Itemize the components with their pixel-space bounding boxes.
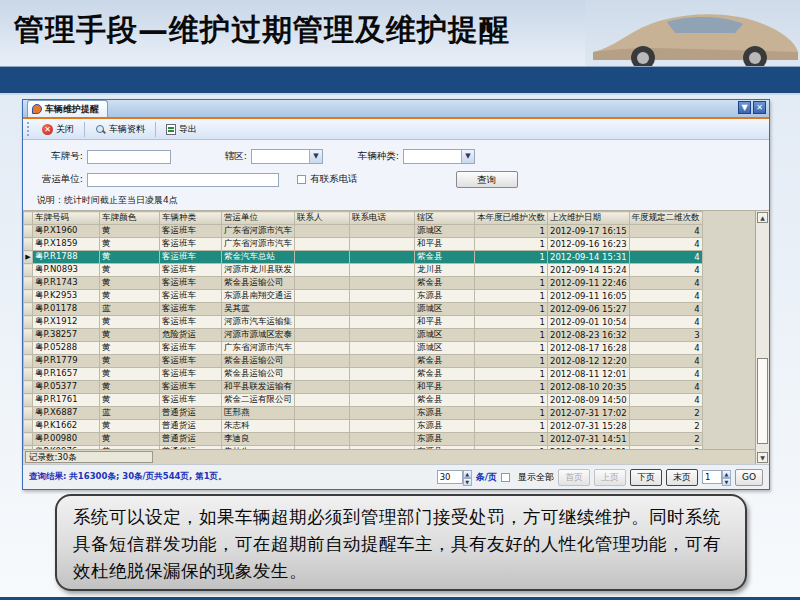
table-cell [295,394,350,407]
table-cell: 黄 [100,264,160,277]
page-number-input[interactable]: 1 [702,470,722,484]
table-cell: 紫金汽车总站 [222,251,295,264]
table-row[interactable]: 粤P.38257黄危险货运河源市源城区宏泰源城区12012-08-23 16:3… [24,329,703,342]
table-row[interactable]: 粤P.05377黄客运班车和平县联发运输有和平县12012-08-10 20:3… [24,381,703,394]
table-row[interactable]: 粤P.K1662黄普通货运朱志科东源县12012-07-31 15:282 [24,420,703,433]
table-cell [295,355,350,368]
table-row[interactable]: ▶粤P.R1788黄客运班车紫金汽车总站紫金县12012-09-14 15:31… [24,251,703,264]
scroll-up-icon[interactable]: ▲ [757,212,768,223]
row-selector[interactable] [24,381,33,394]
vehicle-info-button[interactable]: 车辆资料 [89,120,151,139]
export-button[interactable]: 导出 [160,120,203,139]
query-button[interactable]: 查询 [456,171,518,188]
vertical-scrollbar[interactable]: ▲ ▼ [755,211,769,464]
stepper-down-icon[interactable]: ▼ [722,478,731,486]
scrollbar-thumb[interactable] [757,358,768,444]
row-selector[interactable] [24,264,33,277]
last-page-button[interactable]: 末页 [666,469,698,486]
table-cell: 粤P.38257 [33,329,100,342]
table-cell: 黄 [100,238,160,251]
row-selector[interactable] [24,433,33,446]
close-button[interactable]: ✕ 关闭 [36,120,80,139]
first-page-button[interactable]: 首页 [558,469,590,486]
go-button[interactable]: GO [735,469,763,486]
has-phone-checkbox[interactable] [297,175,306,184]
table-cell: 2012-09-14 15:31 [548,251,630,264]
table-row[interactable]: 粤P.00980黄普通货运李迪良东源县12012-07-31 14:512 [24,433,703,446]
row-selector[interactable]: ▶ [24,251,33,264]
table-cell: 东源县 [415,407,475,420]
page-size-input[interactable]: 30 [437,470,463,484]
table-cell: 东源县 [415,433,475,446]
table-cell: 1 [475,394,548,407]
table-cell: 1 [475,264,548,277]
column-header[interactable]: 联系人 [295,212,350,225]
row-selector[interactable] [24,342,33,355]
column-header[interactable]: 车牌颜色 [100,212,160,225]
stepper-up-icon[interactable]: ▲ [463,470,472,478]
table-row[interactable]: 粤P.X6887蓝普通货运匡邢燕东源县12012-07-31 17:022 [24,407,703,420]
district-dropdown[interactable]: ▼ [251,149,323,164]
next-page-button[interactable]: 下页 [630,469,662,486]
column-header[interactable]: 本年度已维护次数 [475,212,548,225]
column-header[interactable]: 车辆种类 [160,212,222,225]
table-cell: 普通货运 [160,407,222,420]
prev-page-button[interactable]: 上页 [594,469,626,486]
title-underline-band [0,66,800,95]
export-button-label: 导出 [179,123,197,136]
table-cell: 1 [475,329,548,342]
row-selector[interactable] [24,355,33,368]
table-row[interactable]: 粤P.05288黄客运班车广东省河源市汽车源城区12012-08-17 16:2… [24,342,703,355]
table-row[interactable]: 粤P.R1779黄客运班车紫金县运输公司紫金县12012-08-12 12:20… [24,355,703,368]
window-pin-icon[interactable]: ▼ [738,101,751,114]
table-row[interactable]: 粤P.X1912黄客运班车河源市汽车运输集和平县12012-09-01 10:5… [24,316,703,329]
row-selector[interactable] [24,238,33,251]
table-row[interactable]: 粤P.X1960黄客运班车广东省河源市汽车源城区12012-09-17 16:1… [24,225,703,238]
scroll-down-icon[interactable]: ▼ [757,452,768,463]
table-cell: 2012-09-01 10:54 [548,316,630,329]
column-header[interactable]: 车牌号码 [33,212,100,225]
show-all-checkbox[interactable] [501,473,510,482]
operator-input[interactable] [87,173,279,187]
chevron-down-icon: ▼ [309,150,322,163]
window-close-icon[interactable]: ✕ [753,101,766,114]
table-cell: 河源市汽车运输集 [222,316,295,329]
table-cell [350,394,415,407]
table-cell: 4 [629,368,702,381]
vehicle-type-dropdown[interactable]: ▼ [403,149,475,164]
row-selector[interactable] [24,394,33,407]
table-row[interactable]: 粤P.R1761黄客运班车紫金二运有限公司紫金县12012-08-09 14:5… [24,394,703,407]
table-row[interactable]: 粤P.01178蓝客运班车吴其蓝源城区12012-09-06 15:274 [24,303,703,316]
column-header[interactable]: 上次维护日期 [548,212,630,225]
table-cell: 粤P.N0893 [33,264,100,277]
table-row[interactable]: 粤P.N0893黄客运班车河源市龙川县联发龙川县12012-09-14 15:2… [24,264,703,277]
stepper-down-icon[interactable]: ▼ [463,478,472,486]
row-selector[interactable] [24,225,33,238]
row-selector[interactable] [24,407,33,420]
toolbar-grip [27,122,30,136]
column-header[interactable]: 年度规定二维次数 [629,212,702,225]
table-row[interactable]: 粤P.R1657黄客运班车紫金县运输公司紫金县12012-08-11 12:01… [24,368,703,381]
table-cell: 客运班车 [160,316,222,329]
table-row[interactable]: 粤P.R1743黄客运班车紫金县运输公司紫金县12012-09-11 22:46… [24,277,703,290]
row-selector[interactable] [24,368,33,381]
table-cell: 2 [629,407,702,420]
row-selector[interactable] [24,277,33,290]
column-header[interactable]: 辖区 [415,212,475,225]
row-selector[interactable] [24,420,33,433]
column-header[interactable]: 联系电话 [350,212,415,225]
table-row[interactable]: 粤P.X1859黄客运班车广东省河源市汽车和平县12012-09-16 16:2… [24,238,703,251]
table-cell: 2012-08-17 16:28 [548,342,630,355]
tab-vehicle-maintenance-reminder[interactable]: 车辆维护提醒 [27,100,108,117]
table-row[interactable]: 粤P.K2953黄客运班车东源县南翔交通运东源县12012-09-11 16:0… [24,290,703,303]
plate-input[interactable] [87,150,171,164]
row-selector[interactable] [24,303,33,316]
row-selector[interactable] [24,329,33,342]
stepper-up-icon[interactable]: ▲ [722,470,731,478]
row-selector[interactable] [24,290,33,303]
page-size-stepper[interactable]: ▲▼ [463,470,472,484]
page-number-stepper[interactable]: ▲▼ [722,470,731,484]
row-selector[interactable] [24,316,33,329]
column-header[interactable]: 营运单位 [222,212,295,225]
tab-bar: 车辆维护提醒 ▼ ✕ [23,100,769,119]
